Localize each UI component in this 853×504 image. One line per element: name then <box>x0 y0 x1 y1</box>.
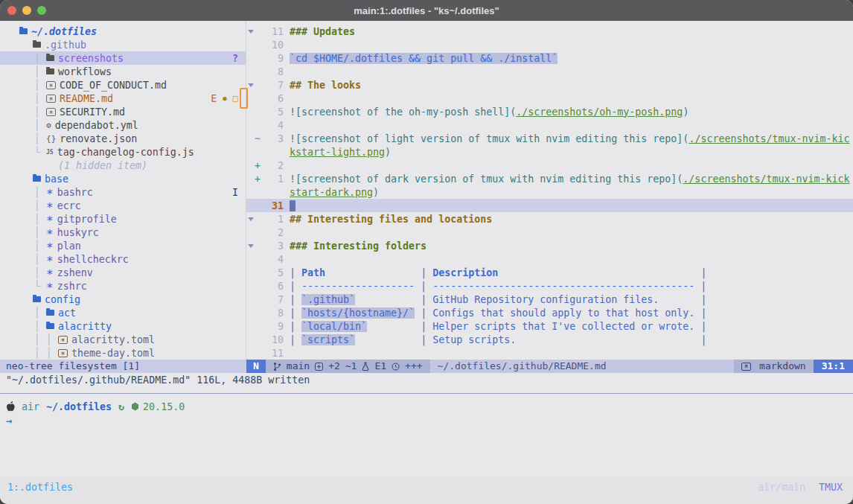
tree-item[interactable]: .github <box>0 38 246 51</box>
code-segment: ### Updates <box>290 26 355 37</box>
tree-item[interactable]: │ *gitprofile <box>0 212 246 226</box>
tree-item-label: README.md <box>60 93 113 104</box>
tree-item[interactable]: │ *zshenv <box>0 266 246 279</box>
git-sync-icon: ↻ <box>118 401 124 412</box>
clock-icon <box>392 363 400 371</box>
zoom-button[interactable] <box>37 6 46 15</box>
editor-line[interactable]: 6 <box>246 92 853 105</box>
tree-item[interactable]: │ *ecrc <box>0 199 246 212</box>
git-sign <box>255 348 263 359</box>
tree-item[interactable]: └ JStag-changelog-config.js <box>0 145 246 159</box>
tree-item[interactable]: ~/.dotfiles <box>0 25 246 38</box>
line-number: 6 <box>263 281 284 292</box>
editor-line[interactable]: 10| `scripts` | Setup scripts. | <box>246 333 853 346</box>
close-button[interactable] <box>7 6 16 15</box>
line-number: 10 <box>263 39 284 51</box>
tree-item[interactable]: │ *shellcheckrc <box>0 252 246 266</box>
tree-item-label: dependabot.yml <box>55 120 138 131</box>
tree-item[interactable]: │ alacritty <box>0 319 246 333</box>
editor-line[interactable]: 11### Updates <box>246 25 853 38</box>
javascript-icon: JS <box>46 149 54 156</box>
code-segment: ) <box>385 147 391 158</box>
tree-item[interactable]: │ ⚙dependabot.yml <box>0 118 246 132</box>
status-badge: □ <box>233 93 238 103</box>
tree-guide: │ │ <box>34 334 58 345</box>
terminal-window: main:1:.dotfiles - "ks~/.dotfiles" ~/.do… <box>0 0 853 504</box>
dotfile-icon: * <box>46 227 54 241</box>
editor-line[interactable]: 3### Interesting folders <box>246 239 853 252</box>
tmux-status-bar: 1:.dotfiles air/main TMUX <box>0 477 853 504</box>
editor-line[interactable]: 8| `hosts/{hostname}/` | Configs that sh… <box>246 306 853 319</box>
tmux-pane-divider[interactable] <box>0 388 853 394</box>
editor-line[interactable]: 6| ------------------- | ---------------… <box>246 279 853 293</box>
editor-line[interactable]: 8 <box>246 65 853 78</box>
tree-item[interactable]: │ {}renovate.json <box>0 132 246 145</box>
tree-item-label: renovate.json <box>60 133 137 144</box>
tree-item[interactable]: │ *huskyrc <box>0 226 246 239</box>
editor-line[interactable]: 9`cd $HOME/.dotfiles && git pull && ./in… <box>246 51 853 65</box>
tree-item[interactable]: (1 hidden item) <box>0 159 246 172</box>
tree-item-label: bashrc <box>57 187 93 198</box>
tree-item[interactable]: └ *zshrc <box>0 279 246 293</box>
tree-item[interactable]: │ │ Malacritty.toml <box>0 333 246 346</box>
editor-line[interactable]: 11 <box>246 346 853 360</box>
tmux-window-item[interactable]: 1:.dotfiles <box>7 482 73 493</box>
fold-column <box>246 30 255 34</box>
code-segment: ![screenshot of dark version of tmux wit… <box>290 173 683 185</box>
tree-item[interactable]: │ MSECURITY.md <box>0 105 246 118</box>
code-segment: kstart-light.png <box>290 147 385 158</box>
tree-item[interactable]: │ screenshots? <box>0 51 246 65</box>
editor-line[interactable]: 10 <box>246 38 853 51</box>
editor-line[interactable]: start-dark.png) <box>246 185 853 199</box>
tree-item[interactable]: │ *bashrcI <box>0 185 246 199</box>
editor-line[interactable]: 4 <box>246 118 853 132</box>
vim-statusline: N main +2 ~1 E1 +++ ~/.dotfiles/.github/… <box>246 360 853 373</box>
tree-guide: │ <box>34 321 46 332</box>
tree-item[interactable]: │ MCODE_OF_CONDUCT.md <box>0 78 246 92</box>
code-segment: | Helper scripts that I've collected or … <box>367 321 706 332</box>
editor-line[interactable]: +1![screenshot of dark version of tmux w… <box>246 172 853 185</box>
editor-line[interactable]: 1## Interesting files and locations <box>246 212 853 226</box>
tree-item-label: .github <box>45 39 86 51</box>
git-sign: ~ <box>255 133 263 144</box>
tree-item[interactable]: │ │ Mtheme-day.toml <box>0 346 246 360</box>
tree-guide: │ <box>34 267 46 278</box>
tree-item[interactable]: base <box>0 172 246 185</box>
tree-item-label: base <box>45 173 68 185</box>
fold-chevron-icon <box>248 217 254 221</box>
status-badge: I <box>232 187 238 198</box>
editor-line[interactable]: 4 <box>246 252 853 266</box>
minimize-button[interactable] <box>22 6 31 15</box>
tree-item[interactable]: │ *plan <box>0 239 246 252</box>
editor-line[interactable]: 7| `.github` | GitHub Repository configu… <box>246 293 853 306</box>
tree-guide: │ │ <box>34 348 58 359</box>
editor-line[interactable]: 5| Path | Description | <box>246 266 853 279</box>
tree-item[interactable]: │ MREADME.mdE●□ <box>0 92 246 105</box>
tree-item-label: CODE_OF_CONDUCT.md <box>60 80 167 91</box>
editor-line[interactable]: 5![screenshot of the oh-my-posh shell](.… <box>246 105 853 118</box>
git-untracked-badge: ? <box>232 53 238 64</box>
tree-item-label: zshenv <box>57 267 93 278</box>
line-number: 7 <box>263 294 284 305</box>
tree-item-label: ecrc <box>57 200 81 211</box>
markdown-icon: M <box>741 363 751 371</box>
tree-item[interactable]: │ act <box>0 306 246 319</box>
editor-line[interactable]: +2 <box>246 159 853 172</box>
line-number: 11 <box>263 26 284 37</box>
editor-line[interactable]: ~3![screenshot of light version of tmux … <box>246 132 853 145</box>
git-branch: main <box>287 360 310 373</box>
git-sign <box>255 267 263 278</box>
node-version: 20.15.0 <box>143 401 185 412</box>
tree-item[interactable]: │ workflows <box>0 65 246 78</box>
prompt-arrow-icon: → <box>6 415 12 427</box>
editor-line[interactable]: 7## The looks <box>246 78 853 92</box>
code-segment: `cd $HOME/.dotfiles && git pull && ./ins… <box>290 53 558 64</box>
editor-line[interactable]: 2 <box>246 226 853 239</box>
code-segment: | <box>290 267 301 278</box>
git-sign <box>255 80 263 91</box>
git-segment: main +2 ~1 E1 +++ <box>266 360 430 373</box>
editor-line[interactable]: 9| `local/bin` | Helper scripts that I'v… <box>246 319 853 333</box>
editor-line[interactable]: kstart-light.png) <box>246 145 853 159</box>
tree-item[interactable]: config <box>0 293 246 306</box>
editor-line[interactable]: 31 <box>246 199 853 212</box>
